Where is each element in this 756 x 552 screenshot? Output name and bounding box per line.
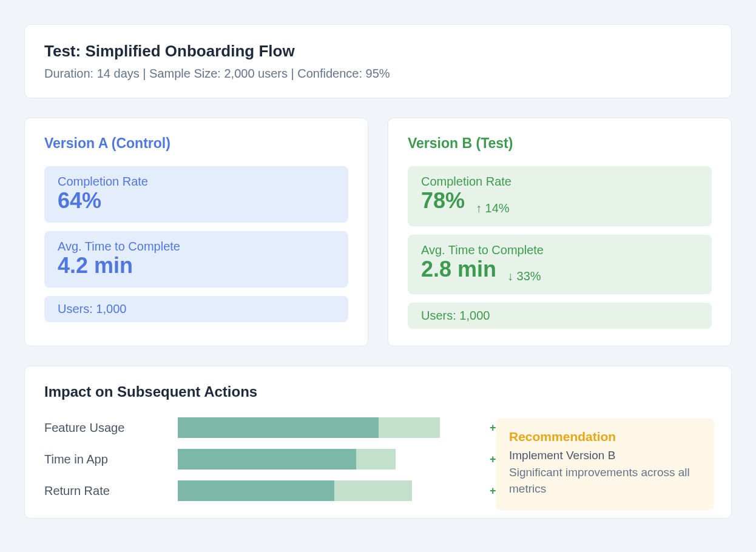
version-a-time-value: 4.2 min <box>58 255 133 277</box>
test-title: Test: Simplified Onboarding Flow <box>44 42 712 61</box>
impact-label: Time in App <box>44 453 178 466</box>
version-b-completion-box: Completion Rate 78% ↑ 14% <box>408 166 712 226</box>
version-b-users: Users: 1,000 <box>408 303 712 329</box>
version-b-completion-delta: ↑ 14% <box>473 201 510 215</box>
recommendation-title: Recommendation <box>509 429 701 444</box>
version-a-time-box: Avg. Time to Complete 4.2 min <box>44 231 348 288</box>
version-b-card: Version B (Test) Completion Rate 78% ↑ 1… <box>388 118 732 346</box>
version-b-time-delta: ↓ 33% <box>505 269 541 283</box>
version-a-users: Users: 1,000 <box>44 296 348 322</box>
impact-bar <box>178 417 457 438</box>
impact-label: Feature Usage <box>44 421 178 435</box>
version-b-title: Version B (Test) <box>408 135 712 152</box>
versions-row: Version A (Control) Completion Rate 64% … <box>24 118 732 346</box>
version-b-time-label: Avg. Time to Complete <box>421 243 698 257</box>
version-a-title: Version A (Control) <box>44 135 348 152</box>
impact-title: Impact on Subsequent Actions <box>44 383 712 400</box>
version-a-time-label: Avg. Time to Complete <box>58 240 335 254</box>
test-header-card: Test: Simplified Onboarding Flow Duratio… <box>24 24 732 98</box>
version-b-completion-delta-text: ↑ 14% <box>476 201 510 215</box>
test-subtitle: Duration: 14 days | Sample Size: 2,000 u… <box>44 67 712 81</box>
version-b-time-delta-text: ↓ 33% <box>507 269 541 283</box>
version-b-completion-value: 78% <box>421 190 465 212</box>
impact-bar <box>178 480 457 501</box>
version-a-completion-value: 64% <box>58 190 101 212</box>
impact-label: Return Rate <box>44 484 178 498</box>
impact-card: Impact on Subsequent Actions Feature Usa… <box>24 366 732 519</box>
version-b-time-value: 2.8 min <box>421 258 496 280</box>
recommendation-line1: Implement Version B <box>509 449 701 462</box>
recommendation-box: Recommendation Implement Version B Signi… <box>496 419 714 510</box>
version-a-completion-box: Completion Rate 64% <box>44 166 348 223</box>
version-a-completion-label: Completion Rate <box>58 175 335 189</box>
recommendation-line2: Significant improvements across all metr… <box>509 465 701 497</box>
impact-bar <box>178 449 457 470</box>
version-b-completion-label: Completion Rate <box>421 175 698 189</box>
version-b-time-box: Avg. Time to Complete 2.8 min ↓ 33% <box>408 235 712 295</box>
version-a-card: Version A (Control) Completion Rate 64% … <box>24 118 368 346</box>
